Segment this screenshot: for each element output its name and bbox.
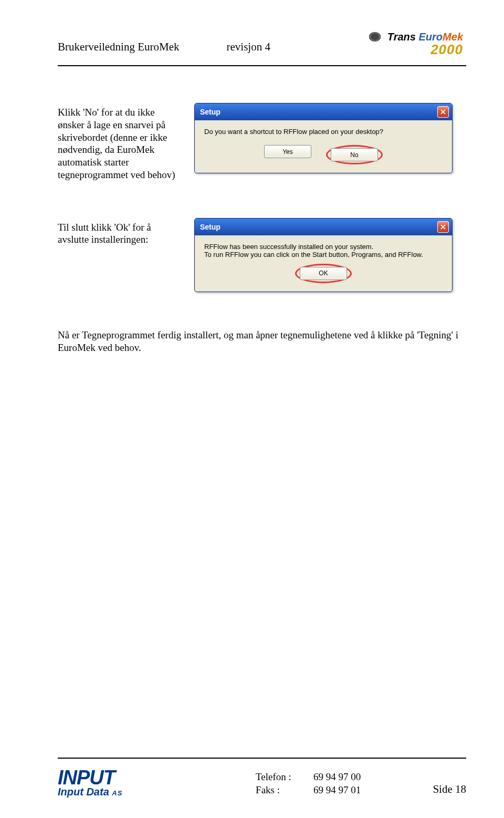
instruction-1: Klikk 'No' for at du ikke ønsker å lage … <box>58 103 184 181</box>
page-footer: INPUT Input Data AS Telefon : 69 94 97 0… <box>58 754 466 797</box>
dialog2-titlebar: Setup ✕ <box>195 219 452 235</box>
step-row-2: Til slutt klikk 'Ok' for å avslutte inst… <box>58 218 466 292</box>
phone-value: 69 94 97 00 <box>313 770 361 784</box>
header-left: Brukerveiledning EuroMek revisjon 4 <box>58 40 270 54</box>
instruction-2: Til slutt klikk 'Ok' for å avslutte inst… <box>58 218 184 246</box>
summary-text: Nå er Tegneprogrammet ferdig installert,… <box>58 329 466 355</box>
step-row-1: Klikk 'No' for at du ikke ønsker å lage … <box>58 103 466 181</box>
setup-dialog-shortcut: Setup ✕ Do you want a shortcut to RFFlow… <box>194 103 453 173</box>
footer-logo-as: AS <box>112 789 122 797</box>
dialog1-titlebar: Setup ✕ <box>195 103 452 120</box>
header-logo: Trans EuroMek 2000 <box>342 32 466 62</box>
dialog2-line2: To run RFFlow you can click on the Start… <box>204 251 443 258</box>
doc-title: Brukerveiledning EuroMek <box>58 40 180 54</box>
close-icon: ✕ <box>440 223 446 231</box>
fax-label: Faks : <box>256 783 313 797</box>
page-number: Side 18 <box>433 783 466 797</box>
logo-trans: Trans <box>387 31 416 43</box>
red-circle-highlight: No <box>326 145 383 164</box>
logo-euro: Euro <box>419 31 443 43</box>
revision: revisjon 4 <box>227 40 270 54</box>
dialog1-message: Do you want a shortcut to RFFlow placed … <box>204 128 443 136</box>
dialog1-close-button[interactable]: ✕ <box>437 106 449 118</box>
footer-divider <box>58 758 466 759</box>
dialog2-close-button[interactable]: ✕ <box>437 221 449 233</box>
no-button[interactable]: No <box>331 148 378 161</box>
red-circle-highlight: OK <box>295 264 352 283</box>
footer-logo: INPUT Input Data AS <box>58 768 184 797</box>
page-header: Brukerveiledning EuroMek revisjon 4 Tran… <box>58 32 466 62</box>
ok-button[interactable]: OK <box>300 267 347 280</box>
header-divider <box>58 65 466 66</box>
close-icon: ✕ <box>440 108 446 116</box>
yes-button[interactable]: Yes <box>264 145 311 158</box>
setup-dialog-complete: Setup ✕ RFFlow has been successfully ins… <box>194 218 453 292</box>
dialog2-line1: RFFlow has been successfully installed o… <box>204 243 443 251</box>
logo-year: 2000 <box>342 43 463 57</box>
dialog1-title: Setup <box>200 108 220 116</box>
footer-logo-top: INPUT <box>58 768 184 787</box>
logo-mek: Mek <box>443 31 463 43</box>
phone-label: Telefon : <box>256 770 313 784</box>
tire-icon <box>364 32 385 42</box>
fax-value: 69 94 97 01 <box>313 783 361 797</box>
footer-logo-bottom: Input Data <box>58 786 109 798</box>
dialog2-title: Setup <box>200 223 220 231</box>
contact-block: Telefon : 69 94 97 00 Faks : 69 94 97 01 <box>256 770 361 797</box>
